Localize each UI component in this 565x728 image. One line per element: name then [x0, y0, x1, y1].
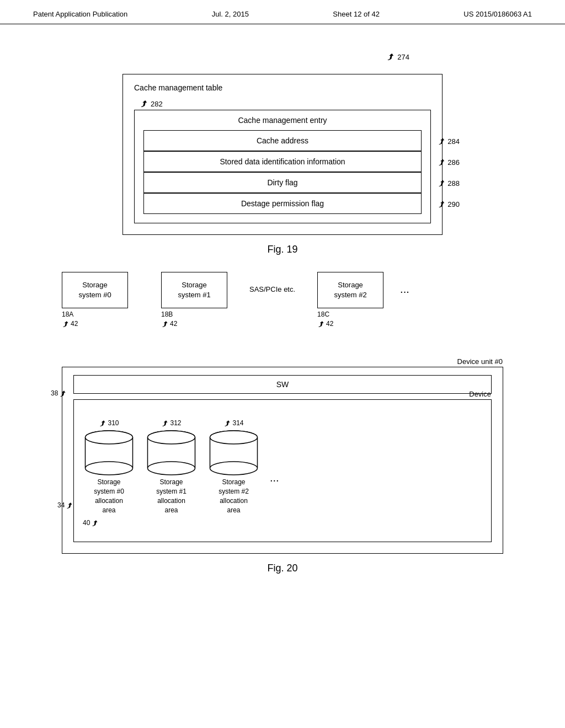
row-stored-data: Stored data identification information ⮭… — [143, 151, 422, 172]
row-cache-address: Cache address ⮭ 284 — [143, 130, 422, 151]
svg-point-5 — [86, 431, 133, 444]
storage-system-0-label: Storagesystem #0 — [78, 281, 111, 299]
svg-point-16 — [210, 462, 258, 475]
header-left: Patent Application Publication — [33, 10, 127, 18]
device-label: Device — [469, 390, 491, 398]
sas-label: SAS/PCIe etc. — [249, 285, 295, 293]
svg-point-11 — [148, 431, 195, 444]
outer-box: Cache management table ⮭ 282 Cache manag… — [122, 74, 443, 235]
device-inner-box: Device 34 ⮭ ⮭ 310 — [73, 399, 492, 542]
storage-system-0: Storagesystem #0 — [62, 272, 128, 308]
svg-point-4 — [86, 462, 133, 475]
ellipsis-alloc: ... — [270, 472, 279, 484]
alloc-text-314: Storagesystem #2allocationarea — [218, 478, 249, 515]
ref-290: ⮭ 290 — [438, 199, 460, 208]
cylinder-310 — [83, 430, 135, 477]
label-42-1: 42 — [170, 320, 177, 328]
ref-314: 314 — [232, 419, 243, 427]
storage-system-2-label: Storagesystem #2 — [334, 281, 366, 299]
header-center: Jul. 2, 2015 — [212, 10, 249, 18]
ref-40: 40 ⮭ — [83, 518, 482, 527]
cylinder-312 — [145, 430, 198, 477]
ref-284: ⮭ 284 — [438, 136, 460, 146]
svg-point-10 — [148, 462, 195, 475]
ref-18B: 18B — [161, 311, 173, 318]
ref-34: 34 ⮭ — [57, 501, 73, 510]
storage-system-1-label: Storagesystem #1 — [178, 281, 210, 299]
ref-18C: 18C — [317, 311, 329, 318]
ref-282: 282 — [151, 100, 163, 108]
alloc-text-312: Storagesystem #1allocationarea — [156, 478, 186, 515]
label-42-2: 42 — [326, 320, 333, 328]
allocation-area-312: ⮭ 312 Storagesystem #1a — [145, 419, 198, 515]
storage-system-2: Storagesystem #2 — [317, 272, 383, 308]
row-destage-label: Destage permission flag — [241, 199, 324, 208]
row-stored-data-label: Stored data identification information — [220, 157, 345, 166]
ref-286: ⮭ 286 — [438, 157, 460, 167]
fig20-label: Fig. 20 — [44, 563, 521, 574]
row-dirty-flag-label: Dirty flag — [267, 178, 297, 187]
fig19-wrapper: ⮭ 274 Cache management table ⮭ 282 Cache… — [44, 52, 521, 255]
page-header: Patent Application Publication Jul. 2, 2… — [0, 0, 565, 24]
outer-box-title: Cache management table — [134, 83, 431, 92]
ref-310: 310 — [108, 419, 119, 427]
fig20-wrapper: Storagesystem #0 18A ⮭ 42 Storagesystem … — [44, 272, 521, 574]
inner-box-title: Cache management entry — [143, 116, 422, 125]
row-destage: Destage permission flag ⮭ 290 — [143, 193, 422, 214]
squiggle-274: ⮭ — [386, 52, 395, 62]
ref-38: 38 ⮭ — [51, 389, 67, 398]
fig19-label: Fig. 19 — [44, 244, 521, 255]
alloc-text-310: Storagesystem #0allocationarea — [94, 478, 124, 515]
device-unit-label: Device unit #0 — [457, 357, 503, 366]
label-42-0: 42 — [71, 320, 78, 328]
allocation-area-310: ⮭ 310 Storagesystem #0a — [83, 419, 135, 515]
ref-288: ⮭ 288 — [438, 178, 460, 188]
svg-point-17 — [210, 431, 258, 444]
row-dirty-flag: Dirty flag ⮭ 288 — [143, 172, 422, 193]
allocation-area-314: ⮭ 314 Storagesystem #2a — [207, 419, 260, 515]
ref-274: 274 — [397, 53, 409, 61]
ref-312: 312 — [170, 419, 181, 427]
header-sheet: Sheet 12 of 42 — [333, 10, 380, 18]
cylinder-314 — [207, 430, 260, 477]
row-cache-address-label: Cache address — [257, 136, 308, 145]
inner-box: Cache management entry Cache address ⮭ 2… — [134, 110, 431, 223]
fig19-container: ⮭ 274 Cache management table ⮭ 282 Cache… — [122, 52, 443, 235]
page-content: ⮭ 274 Cache management table ⮭ 282 Cache… — [0, 24, 565, 591]
ellipsis-systems: ... — [400, 283, 409, 296]
sw-box: SW 38 ⮭ — [73, 375, 492, 394]
header-right: US 2015/0186063 A1 — [463, 10, 532, 18]
storage-system-1: Storagesystem #1 — [161, 272, 227, 308]
ref-18A: 18A — [62, 311, 73, 318]
squiggle-282: ⮭ — [140, 99, 148, 109]
sw-label: SW — [276, 380, 289, 389]
